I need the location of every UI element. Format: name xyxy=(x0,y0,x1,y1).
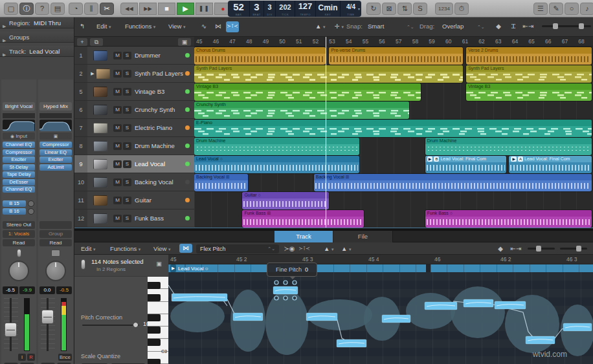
mute-button[interactable]: M xyxy=(113,197,122,204)
eq-thumbnail[interactable] xyxy=(39,120,72,131)
horizontal-zoom-slider[interactable] xyxy=(564,25,591,27)
channel-strip-setting-button[interactable] xyxy=(3,113,35,118)
input-monitor-dot[interactable] xyxy=(185,216,190,220)
catch-playhead-icon[interactable]: ↰ xyxy=(80,23,85,30)
strip-toggle-button[interactable]: Bnce xyxy=(58,354,72,361)
snap-menu[interactable]: Smart xyxy=(368,23,384,30)
solo-button[interactable]: S xyxy=(123,124,131,132)
playhead[interactable] xyxy=(326,37,326,228)
plugin-slot[interactable]: St-Delay xyxy=(3,164,35,171)
track-header-electric-piano[interactable]: 7MSElectric Piano xyxy=(74,119,194,137)
solo-button[interactable]: S xyxy=(123,52,131,59)
fader-handle[interactable] xyxy=(41,310,54,324)
mixer-button[interactable]: ⫼ xyxy=(84,3,98,15)
region-synth-pad-layers[interactable]: Synth Pad Layers xyxy=(466,65,592,83)
region-lead-vocal-final-com[interactable]: ▶ALead Vocal: Final Com xyxy=(509,156,592,173)
strip-toggle-button[interactable]: I xyxy=(18,354,26,361)
region-vintage-b3[interactable]: Vintage B3 xyxy=(194,83,421,101)
list-editors-button[interactable]: ☰ xyxy=(533,3,548,15)
mute-button[interactable]: M xyxy=(113,106,122,114)
send-slot[interactable]: B 16 xyxy=(3,208,26,215)
mute-button[interactable]: M xyxy=(113,160,122,168)
flex-icon[interactable]: ⋈ xyxy=(212,21,225,32)
output-slot[interactable] xyxy=(39,221,72,229)
track-header-drummer[interactable]: 1MSDrummer xyxy=(74,47,194,65)
mute-button[interactable]: M xyxy=(113,52,122,59)
track-header-vintage-b3[interactable]: 5MSVintage B3 xyxy=(74,83,194,101)
vertical-zoom-slider[interactable] xyxy=(528,248,555,250)
mute-button[interactable]: M xyxy=(113,88,122,96)
channel-strip-setting-button[interactable] xyxy=(39,113,72,118)
pointer-tool-menu[interactable]: ▲ ▾ xyxy=(315,23,326,30)
channel-strip-name[interactable]: Bright Vocal xyxy=(3,102,35,111)
lcd-display[interactable]: 52 BAR 3 BEAT 3 DIV 202 TICK 127 TEMPO C… xyxy=(228,1,361,17)
cycle-button[interactable]: ↻ xyxy=(366,3,381,15)
low-latency-button[interactable]: S xyxy=(413,3,427,15)
stop-button[interactable]: ■ xyxy=(158,3,175,15)
black-key[interactable] xyxy=(148,359,161,364)
region-lead-vocal-final-com[interactable]: ▶BLead Vocal: Final Com xyxy=(425,156,506,173)
pitch-correction-slider[interactable] xyxy=(82,325,139,326)
pan-value[interactable]: -6.5 xyxy=(3,286,18,294)
input-slot[interactable]: ◉ Input xyxy=(3,133,35,140)
black-key[interactable] xyxy=(148,314,161,321)
fader-track[interactable] xyxy=(47,298,49,351)
plugin-slot[interactable]: DeEsser xyxy=(3,179,35,186)
track-header-lead-vocal[interactable]: 9MSLead Vocal xyxy=(74,155,194,173)
channel-strip-name[interactable]: Hyped Mix xyxy=(39,102,72,111)
note-pads-button[interactable]: ✎ xyxy=(549,3,563,15)
region-synth-pad-layers[interactable]: Synth Pad Layers xyxy=(194,65,463,83)
fit-zoom-button[interactable]: ⇤⇥ xyxy=(522,21,535,32)
region-funk-bass[interactable]: Funk Bass○ xyxy=(425,210,592,228)
smart-controls-button[interactable]: ◔ xyxy=(69,3,83,15)
mute-button[interactable]: M xyxy=(113,70,122,78)
input-monitor-dot[interactable] xyxy=(185,107,190,112)
input-monitor-dot[interactable] xyxy=(185,125,190,130)
region-chorus-drums[interactable]: Chorus Drums xyxy=(194,47,326,65)
mute-button[interactable]: M xyxy=(113,215,122,222)
mute-button[interactable]: M xyxy=(113,124,122,132)
flex-pitch-button[interactable]: ≻⊺≺ xyxy=(298,244,311,255)
solo-button[interactable]: S xyxy=(123,70,131,78)
region-backing-vocal[interactable]: Backing Vocal⊞ xyxy=(314,174,592,191)
track-header-options-button[interactable]: ▣ xyxy=(178,38,191,46)
input-monitor-dot[interactable] xyxy=(185,162,190,166)
track-header-crunchy-synth[interactable]: 6MSCrunchy Synth xyxy=(74,101,194,119)
add-track-button[interactable]: + xyxy=(77,38,87,46)
plugin-slot[interactable]: Linear EQ xyxy=(39,149,72,156)
tab-track[interactable]: Track xyxy=(274,231,333,242)
functions-menu[interactable]: Functions ▾ xyxy=(125,23,155,30)
play-button[interactable]: ▶ xyxy=(177,3,194,15)
region-guitar[interactable]: Guitar○ xyxy=(242,192,329,209)
black-key[interactable] xyxy=(148,339,161,346)
solo-button[interactable]: S xyxy=(123,160,131,168)
flex-pitch-toggle-button[interactable]: ≻⊺≺ xyxy=(226,21,239,32)
region-verse-2-drums[interactable]: Verse 2 Drums xyxy=(466,47,592,65)
input-monitor-dot[interactable] xyxy=(185,144,190,148)
autopunch-button[interactable]: ⊠ xyxy=(382,3,396,15)
command-tool-menu[interactable]: ✛ ▾ xyxy=(335,23,344,30)
black-key[interactable] xyxy=(148,282,161,289)
count-in-button[interactable]: 1234 xyxy=(435,3,453,15)
tab-file[interactable]: File xyxy=(333,231,393,242)
region-play-badge[interactable]: ▶ xyxy=(170,264,176,272)
vertical-auto-zoom-button[interactable]: Ɪ xyxy=(507,21,520,32)
input-slot[interactable]: ▣ xyxy=(39,133,72,140)
automation-icon[interactable]: ∿ xyxy=(197,21,210,32)
editors-button[interactable]: ✂ xyxy=(100,3,114,15)
output-slot[interactable]: Stereo Out xyxy=(3,221,35,229)
level-value[interactable]: -9.9 xyxy=(19,286,35,294)
automation-mode-button[interactable]: Read xyxy=(3,239,35,246)
functions-menu[interactable]: Functions ▾ xyxy=(110,245,140,252)
fit-zoom-button[interactable]: ⇤⇥ xyxy=(509,244,522,255)
snap-menu-chevron-icon[interactable]: ⌃⌄ xyxy=(407,23,414,30)
view-menu[interactable]: View ▾ xyxy=(153,245,171,252)
groups-inspector-header[interactable]: ▶ Groups xyxy=(0,32,74,43)
plugin-slot[interactable]: Compressor xyxy=(3,149,35,156)
solo-button[interactable]: S xyxy=(123,215,131,222)
eq-thumbnail[interactable] xyxy=(3,120,35,131)
solo-button[interactable]: S xyxy=(123,88,131,96)
drag-menu-chevron-icon[interactable]: ⌃⌄ xyxy=(477,23,485,30)
pointer-tool-menu[interactable]: ▲ ▾ xyxy=(324,245,334,252)
black-key[interactable] xyxy=(148,327,161,334)
